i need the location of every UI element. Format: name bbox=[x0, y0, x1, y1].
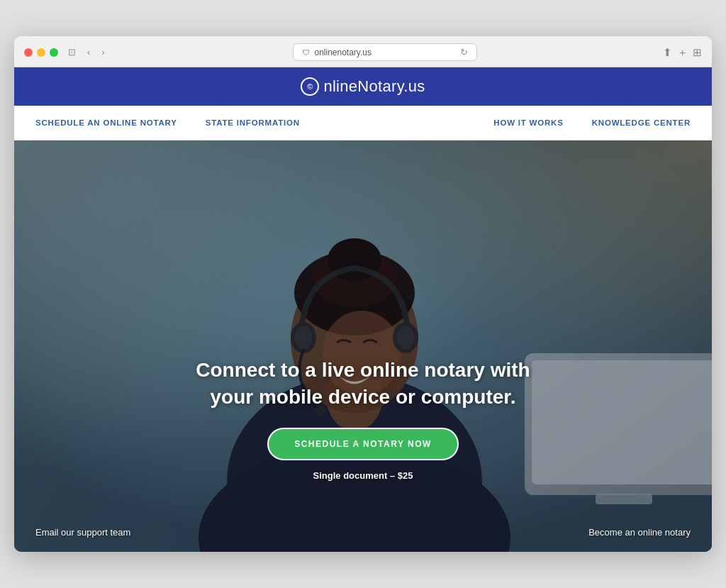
hero-headline: Connect to a live online notary with you… bbox=[14, 357, 712, 411]
email-support-link[interactable]: Email our support team bbox=[35, 527, 130, 538]
become-notary-link[interactable]: Become an online notary bbox=[588, 527, 691, 538]
nav-schedule-online-notary[interactable]: SCHEDULE AN ONLINE NOTARY bbox=[35, 118, 177, 127]
window-icon[interactable]: ⊡ bbox=[65, 45, 79, 59]
site-content: © nlineNotary.us SCHEDULE AN ONLINE NOTA… bbox=[14, 67, 712, 552]
browser-chrome: ⊡ ‹ › 🛡 onlinenotary.us ↻ ⬆ + ⊞ bbox=[14, 36, 712, 67]
forward-button[interactable]: › bbox=[99, 45, 107, 59]
schedule-notary-button[interactable]: SCHEDULE A NOTARY NOW bbox=[267, 428, 459, 460]
hero-section: Connect to a live online notary with you… bbox=[14, 140, 712, 552]
hero-person-illustration bbox=[14, 140, 712, 552]
shield-icon: 🛡 bbox=[302, 48, 310, 57]
url-text: onlinenotary.us bbox=[314, 48, 372, 57]
nav-state-information[interactable]: STATE INFORMATION bbox=[206, 118, 300, 127]
reload-icon[interactable]: ↻ bbox=[460, 47, 468, 57]
address-bar-container: 🛡 onlinenotary.us ↻ bbox=[115, 43, 657, 61]
minimize-button[interactable] bbox=[37, 48, 45, 57]
maximize-button[interactable] bbox=[50, 48, 58, 57]
browser-controls: ⊡ ‹ › bbox=[65, 45, 108, 59]
nav-how-it-works[interactable]: HOW IT WORKS bbox=[493, 118, 563, 127]
hero-subtext: Single document – $25 bbox=[14, 470, 712, 481]
nav-left: SCHEDULE AN ONLINE NOTARY STATE INFORMAT… bbox=[35, 106, 300, 140]
logo-circle-icon: © bbox=[301, 77, 319, 96]
hero-content: Connect to a live online notary with you… bbox=[14, 357, 712, 481]
site-nav: SCHEDULE AN ONLINE NOTARY STATE INFORMAT… bbox=[14, 106, 712, 140]
site-header: © nlineNotary.us bbox=[14, 67, 712, 106]
back-button[interactable]: ‹ bbox=[84, 45, 93, 59]
logo-text: nlineNotary.us bbox=[323, 77, 425, 96]
share-icon[interactable]: ⬆ bbox=[663, 46, 672, 59]
nav-right: HOW IT WORKS KNOWLEDGE CENTER bbox=[493, 106, 691, 140]
browser-actions: ⬆ + ⊞ bbox=[663, 46, 702, 59]
svg-rect-19 bbox=[14, 140, 712, 552]
traffic-lights bbox=[24, 48, 58, 57]
hero-footer: Email our support team Become an online … bbox=[14, 527, 712, 538]
browser-window: ⊡ ‹ › 🛡 onlinenotary.us ↻ ⬆ + ⊞ © nlineN… bbox=[14, 36, 712, 552]
close-button[interactable] bbox=[24, 48, 33, 57]
grid-icon[interactable]: ⊞ bbox=[693, 46, 702, 59]
address-bar[interactable]: 🛡 onlinenotary.us ↻ bbox=[293, 43, 477, 61]
new-tab-icon[interactable]: + bbox=[679, 46, 686, 59]
site-logo: © nlineNotary.us bbox=[28, 77, 698, 96]
nav-knowledge-center[interactable]: KNOWLEDGE CENTER bbox=[592, 118, 691, 127]
